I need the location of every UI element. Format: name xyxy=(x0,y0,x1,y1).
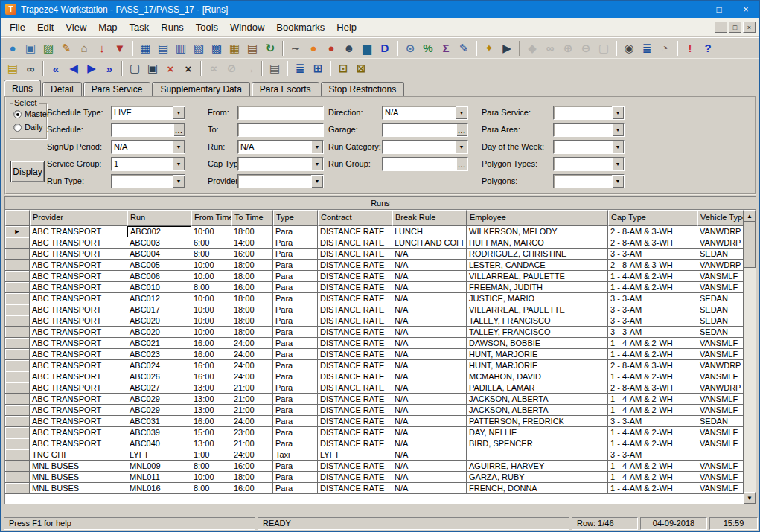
vertical-scrollbar[interactable]: ▲ ▼ xyxy=(744,210,756,504)
cell-vehicle-type[interactable]: SEDAN xyxy=(697,304,744,315)
cell-contract[interactable]: LYFT xyxy=(318,449,392,461)
provider-value[interactable] xyxy=(238,175,311,188)
polygon-types-combobox[interactable]: ▼ xyxy=(553,157,625,171)
cell-to-time[interactable]: 18:00 xyxy=(231,304,273,315)
cell-contract[interactable]: DISTANCE RATE xyxy=(318,382,392,394)
cell-contract[interactable]: DISTANCE RATE xyxy=(318,394,392,405)
column-header-provider[interactable]: Provider xyxy=(30,210,127,226)
cap-type-value[interactable] xyxy=(238,158,311,170)
cell-run[interactable]: ABC029 xyxy=(127,405,191,416)
row-selector[interactable] xyxy=(5,338,30,349)
day-of-the-week-value[interactable] xyxy=(554,141,612,153)
column-header-employee[interactable]: Employee xyxy=(467,210,608,226)
menu-window[interactable]: Window xyxy=(224,22,270,33)
cell-contract[interactable]: DISTANCE RATE xyxy=(318,327,392,338)
row-selector[interactable] xyxy=(5,360,30,371)
cell-contract[interactable]: DISTANCE RATE xyxy=(318,282,392,293)
cell-cap-type[interactable]: 1 - 4-AM & 2-WH xyxy=(608,427,697,438)
direction-combobox[interactable]: N/A▼ xyxy=(382,106,468,120)
cell-from-time[interactable]: 10:00 xyxy=(191,226,231,237)
schedule-browse-button[interactable]: ... xyxy=(173,124,185,136)
cell-type[interactable]: Para xyxy=(273,416,318,427)
cell-contract[interactable]: DISTANCE RATE xyxy=(318,360,392,371)
cell-to-time[interactable]: 18:00 xyxy=(231,293,273,304)
cell-break-rule[interactable]: N/A xyxy=(392,461,467,472)
cell-from-time[interactable]: 10:00 xyxy=(191,304,231,315)
cell-cap-type[interactable]: 2 - 8-AM & 3-WH xyxy=(608,360,697,371)
run-type-combobox[interactable]: ▼ xyxy=(111,174,185,188)
cell-contract[interactable]: DISTANCE RATE xyxy=(318,338,392,349)
cell-run[interactable]: ABC020 xyxy=(127,315,191,327)
sigma-icon[interactable]: Σ xyxy=(437,39,455,57)
cell-employee[interactable]: DAY, NELLIE xyxy=(467,427,608,438)
direction-value[interactable]: N/A xyxy=(383,106,456,119)
cell-cap-type[interactable]: 3 - 3-AM xyxy=(608,315,697,327)
row-selector[interactable] xyxy=(5,382,30,394)
column-header-run[interactable]: Run xyxy=(127,210,191,226)
last-record-icon[interactable]: » xyxy=(100,60,118,77)
run-group-field[interactable]: ... xyxy=(382,157,468,171)
menu-bookmarks[interactable]: Bookmarks xyxy=(270,22,330,33)
cell-run[interactable]: ABC029 xyxy=(127,394,191,405)
row-selector[interactable] xyxy=(5,416,30,427)
cell-vehicle-type[interactable]: VANWDRP xyxy=(697,226,744,237)
mdi-restore-button[interactable]: □ xyxy=(729,22,741,33)
cell-cap-type[interactable]: 3 - 3-AM xyxy=(608,249,697,260)
cell-vehicle-type[interactable]: VANWDRP xyxy=(697,260,744,271)
cell-to-time[interactable]: 23:00 xyxy=(231,427,273,438)
para-area-value[interactable] xyxy=(554,124,612,136)
cell-provider[interactable]: ABC TRANSPORT xyxy=(30,382,127,394)
run-value[interactable]: N/A xyxy=(238,141,311,153)
cap-type-combobox[interactable]: ▼ xyxy=(237,157,324,171)
cell-provider[interactable]: ABC TRANSPORT xyxy=(30,360,127,371)
cell-contract[interactable]: DISTANCE RATE xyxy=(318,371,392,382)
provider-combobox[interactable]: ▼ xyxy=(237,174,324,188)
signup-period-dropdown-arrow-icon[interactable]: ▼ xyxy=(173,141,185,153)
cell-provider[interactable]: ABC TRANSPORT xyxy=(30,271,127,282)
cell-type[interactable]: Para xyxy=(273,360,318,371)
cell-break-rule[interactable]: LUNCH xyxy=(392,226,467,237)
row-selector[interactable] xyxy=(5,293,30,304)
cell-vehicle-type[interactable]: VANSMLF xyxy=(697,483,744,494)
service-group-value[interactable]: 1 xyxy=(112,158,173,170)
cell-break-rule[interactable]: N/A xyxy=(392,382,467,394)
tab-stop-restrictions[interactable]: Stop Restrictions xyxy=(321,82,405,96)
run-category-combobox[interactable]: ▼ xyxy=(382,140,468,154)
cell-run[interactable]: MNL011 xyxy=(127,472,191,483)
service-group-dropdown-arrow-icon[interactable]: ▼ xyxy=(173,158,185,170)
cell-employee[interactable]: PATTERSON, FREDRICK xyxy=(467,416,608,427)
cell-to-time[interactable]: 16:00 xyxy=(231,461,273,472)
cell-run[interactable]: ABC003 xyxy=(127,237,191,249)
row-selector[interactable] xyxy=(5,260,30,271)
chart-icon[interactable]: ▆ xyxy=(358,39,376,57)
cell-type[interactable]: Para xyxy=(273,260,318,271)
cell-employee[interactable]: WILKERSON, MELODY xyxy=(467,226,608,237)
cell-provider[interactable]: ABC TRANSPORT xyxy=(30,315,127,327)
cap-type-dropdown-arrow-icon[interactable]: ▼ xyxy=(311,158,323,170)
cell-employee[interactable]: LESTER, CANDACE xyxy=(467,260,608,271)
column-header-from-time[interactable]: From Time xyxy=(191,210,231,226)
map-icon[interactable]: ▨ xyxy=(39,39,57,57)
cell-type[interactable]: Para xyxy=(273,338,318,349)
help-icon[interactable]: ? xyxy=(699,39,717,57)
row-selector[interactable] xyxy=(5,315,30,327)
cell-type[interactable]: Para xyxy=(273,382,318,394)
ledger-icon[interactable]: ▤ xyxy=(243,39,261,57)
next-record-icon[interactable]: ▶ xyxy=(83,60,100,77)
runs-grid-icon[interactable]: ▦ xyxy=(136,39,154,57)
provider-dropdown-arrow-icon[interactable]: ▼ xyxy=(311,175,323,188)
cell-employee[interactable]: BIRD, SPENCER xyxy=(467,438,608,449)
warning-icon[interactable]: ! xyxy=(681,39,699,57)
garage-value[interactable] xyxy=(383,124,456,136)
lasso-icon[interactable]: ∼ xyxy=(287,39,304,57)
cell-vehicle-type[interactable]: VANWDRP xyxy=(697,360,744,371)
run-combobox[interactable]: N/A▼ xyxy=(237,140,324,154)
run-type-value[interactable] xyxy=(112,175,173,188)
unlock-icon[interactable]: ⊠ xyxy=(352,60,370,77)
cell-provider[interactable]: MNL BUSES xyxy=(30,472,127,483)
polygons-combobox[interactable]: ▼ xyxy=(553,174,625,188)
cell-vehicle-type[interactable]: SEDAN xyxy=(697,293,744,304)
cell-contract[interactable]: DISTANCE RATE xyxy=(318,461,392,472)
cell-to-time[interactable]: 24:00 xyxy=(231,371,273,382)
cell-employee[interactable]: HUNT, MARJORIE xyxy=(467,349,608,360)
